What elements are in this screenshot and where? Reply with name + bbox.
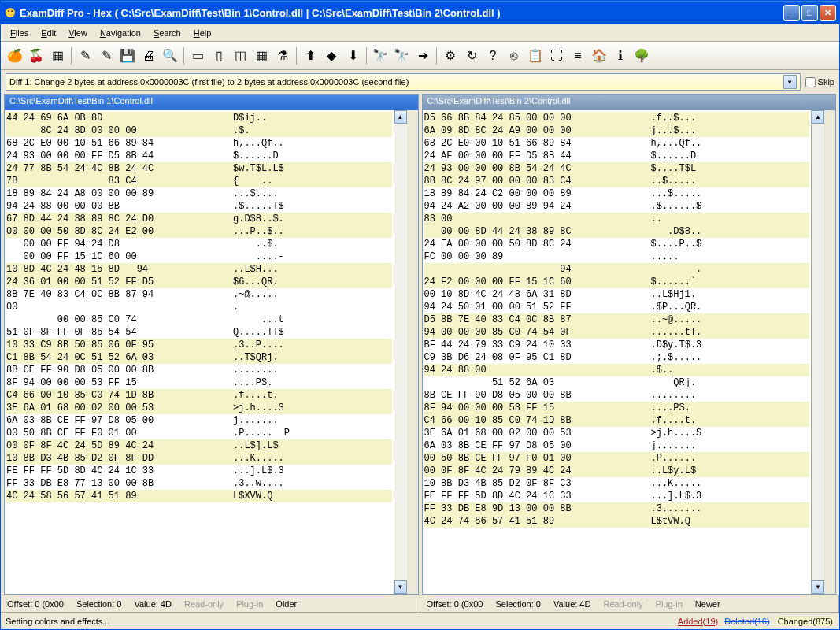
legend-changed[interactable]: Changed(875) [776,617,834,626]
help-icon[interactable]: ? [483,46,502,65]
legend-added[interactable]: Added(19) [678,617,718,626]
hex-row[interactable]: FE FF FF 5D 8D 4C 24 1C 33...].L$.3 [424,490,810,502]
home-icon[interactable]: 🏠 [590,46,609,65]
scroll-track[interactable] [812,124,824,580]
hex-row[interactable]: FE FF FF 5D 8D 4C 24 1C 33...].L$.3 [6,465,392,477]
hex-row[interactable]: C1 8B 54 24 0C 51 52 6A 03..T$QRj. [6,351,392,364]
hex-row[interactable]: 8F 94 00 00 00 53 FF 15 ....PS. [6,376,392,389]
hex-row[interactable]: 94 24 50 01 00 00 51 52 FF.$P...QR. [424,301,810,313]
hex-row[interactable]: D5 66 8B 84 24 85 00 00 00.f..$... [424,112,810,124]
hex-row[interactable]: 4C 24 74 56 57 41 51 89 L$tVW.Q [424,515,810,528]
arrow-up-icon[interactable]: ⬆ [301,46,320,65]
hex-row[interactable]: 3E 6A 01 68 00 02 00 00 53>j.h....S [424,427,810,439]
hex-row[interactable]: 94 24 88 00.$.. [424,364,810,376]
hex-row[interactable]: 00 0F 8F 4C 24 79 89 4C 24..L$y.L$ [424,465,810,477]
preview-icon[interactable]: 🔍 [161,46,179,65]
hex-row[interactable]: 67 8D 44 24 38 89 8C 24 D0g.D$8..$. [6,213,392,225]
filter-icon[interactable]: ⚗ [273,46,292,65]
hex-row[interactable]: 51 52 6A 03 QRj. [424,376,810,389]
hex-row[interactable]: 24 77 8B 54 24 4C 8B 24 4C$w.T$L.L$ [6,162,392,175]
scroll-up-button[interactable]: ▲ [394,110,407,124]
binoculars-next-icon[interactable]: 🔭 [392,46,411,65]
print-icon[interactable]: 🖨 [139,46,158,65]
right-minimap[interactable] [824,110,835,594]
maximize-button[interactable]: □ [801,5,818,21]
hex-row[interactable]: 4C 24 58 56 57 41 51 89 L$XVW.Q [6,490,392,502]
hex-row[interactable]: 8B CE FF 90 D8 05 00 00 8B........ [6,364,392,376]
expand-icon[interactable]: ⛶ [547,46,566,65]
menu-view[interactable]: View [62,27,94,39]
hex-row[interactable]: 51 0F 8F FF 0F 85 54 54Q.....TT$ [6,326,392,339]
hex-row[interactable]: 10 33 C9 8B 50 85 06 0F 95.3..P.... [6,339,392,351]
hex-row[interactable]: 3E 6A 01 68 00 02 00 00 53>j.h....S [6,402,392,414]
close-button[interactable]: ✕ [820,5,836,21]
hex-row[interactable]: 8F 94 00 00 00 53 FF 15 ....PS. [424,402,810,414]
menu-help[interactable]: Help [187,27,218,39]
menu-search[interactable]: Search [147,27,187,39]
options-icon[interactable]: ⚙ [441,46,460,65]
hex-row[interactable]: 68 2C E0 00 10 51 66 89 84h,...Qf.. [6,137,392,150]
hex-row[interactable]: 00. [6,301,392,313]
save-icon[interactable]: 💾 [118,46,137,65]
fruit-icon[interactable]: 🍊 [6,46,24,65]
diff-dropdown[interactable]: Diff 1: Change 2 bytes at address 0x0000… [6,73,801,91]
hex-row[interactable]: 8B 8C 24 97 00 00 00 83 C4..$..... [424,175,810,187]
hex-row[interactable]: 24 AF 00 00 00 FF D5 8B 44$......D [424,150,810,162]
hex-row[interactable]: 00 50 8B CE FF 97 F0 01 00.P...... [424,452,810,465]
hex-row[interactable]: D5 8B 7E 40 83 C4 0C 8B 87..~@..... [424,313,810,326]
info-icon[interactable]: ℹ [611,46,630,65]
hex-row[interactable]: 7B 83 C4{ .. [6,175,392,187]
hex-row[interactable]: 10 8B D3 4B 85 D2 0F 8F C3...K..... [424,477,810,490]
hex-row[interactable]: 83 00.. [424,213,810,225]
hex-icon[interactable]: ≡ [568,46,587,65]
hex-row[interactable]: 24 36 01 00 00 51 52 FF D5$6...QR. [6,276,392,288]
hex-row[interactable]: 18 89 84 24 C2 00 00 00 89...$..... [424,187,810,200]
split-h-icon[interactable]: ▯ [209,46,228,65]
menu-navigation[interactable]: Navigation [94,27,147,39]
left-hex-view[interactable]: 44 24 69 6A 0B 8DD$ij.. 8C 24 8D 00 00 0… [5,110,394,594]
hex-row[interactable]: 94 00 00 00 85 C0 74 54 0F......tT. [424,326,810,339]
scroll-up-button[interactable]: ▲ [812,110,824,124]
hex-row[interactable]: FF 33 DB E8 9D 13 00 00 8B.3....... [424,502,810,515]
hex-row[interactable]: 24 93 00 00 00 FF D5 8B 44$......D [6,150,392,162]
scroll-track[interactable] [394,124,407,580]
binoculars-icon[interactable]: 🔭 [371,46,390,65]
hex-row[interactable]: 6A 03 8B CE FF 97 D8 05 00j....... [424,439,810,452]
hex-row[interactable]: 24 93 00 00 00 8B 54 24 4C$....T$L [424,162,810,175]
hex-row[interactable]: 00 00 00 50 8D 8C 24 E2 00...P..$.. [6,225,392,238]
scroll-down-button[interactable]: ▼ [394,580,407,594]
single-pane-icon[interactable]: ▭ [188,46,207,65]
hex-row[interactable]: 10 8D 4C 24 48 15 8D 94..L$H... [6,263,392,276]
legend-deleted[interactable]: Deleted(16) [724,617,769,626]
hex-row[interactable]: 00 00 FF 15 1C 60 00 ....- [6,250,392,263]
edit-right-icon[interactable]: ✎ [97,46,116,65]
split-v-icon[interactable]: ◫ [231,46,250,65]
hex-row[interactable]: 00 10 8D 4C 24 48 6A 31 8D..L$Hj1. [424,288,810,301]
left-minimap[interactable] [407,110,418,594]
hex-row[interactable]: 8B 7E 40 83 C4 0C 8B 87 94.~@..... [6,288,392,301]
hex-row[interactable]: C9 3B D6 24 08 0F 95 C1 8D.;.$..... [424,351,810,364]
hex-row[interactable]: BF 44 24 79 33 C9 24 10 33.D$y.T$.3 [424,339,810,351]
exit-icon[interactable]: ⎋ [505,46,524,65]
left-pane-header[interactable]: C:\Src\ExamDiff\Test\Bin 1\Control.dll [5,94,418,110]
hex-row[interactable]: 44 24 69 6A 0B 8DD$ij.. [6,112,392,124]
hex-row[interactable]: C4 66 00 10 85 C0 74 1D 8B.f....t. [424,414,810,427]
hex-row[interactable]: 00 00 8D 44 24 38 89 8C .D$8.. [424,225,810,238]
hex-row[interactable]: 00 0F 8F 4C 24 5D 89 4C 24..L$].L$ [6,439,392,452]
right-pane-header[interactable]: C:\Src\ExamDiff\Test\Bin 2\Control.dll [423,94,836,110]
scroll-down-button[interactable]: ▼ [812,580,824,594]
diamond-icon[interactable]: ◆ [322,46,341,65]
tree-icon[interactable]: 🌳 [632,46,651,65]
hex-row[interactable]: C4 66 00 10 85 C0 74 1D 8B.f....t. [6,389,392,402]
grid-icon[interactable]: ▦ [252,46,271,65]
menu-edit[interactable]: Edit [35,27,62,39]
right-scrollbar[interactable]: ▲ ▼ [811,110,824,594]
hex-row[interactable]: 94 24 88 00 00 00 8B .$.....T$ [6,200,392,213]
hex-row[interactable]: FC 00 00 00 89..... [424,250,810,263]
chevron-down-icon[interactable]: ▼ [783,75,797,89]
hex-row[interactable]: 8B CE FF 90 D8 05 00 00 8B........ [424,389,810,402]
minimize-button[interactable]: _ [783,5,800,21]
hex-row[interactable]: 24 F2 00 00 00 FF 15 1C 60$......` [424,276,810,288]
copy-icon[interactable]: 📋 [526,46,545,65]
panels-icon[interactable]: ▦ [48,46,67,65]
